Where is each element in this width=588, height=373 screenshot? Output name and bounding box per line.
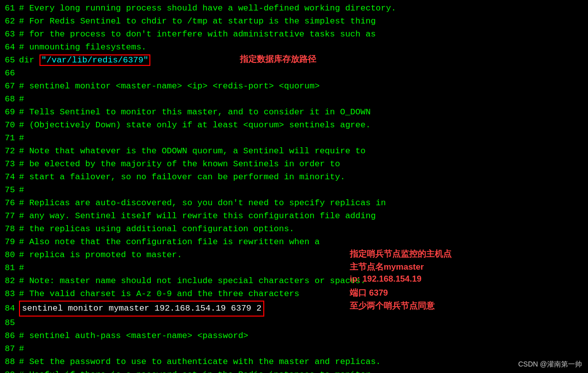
line-number: 82 bbox=[0, 275, 19, 288]
line-content: # replica is promoted to master. bbox=[19, 249, 588, 262]
annotation-monitor-3: ip: 192.168.154.19 bbox=[350, 274, 422, 284]
annotation-monitor-1: 指定哨兵节点监控的主机点 bbox=[350, 248, 452, 260]
line-number: 71 bbox=[0, 132, 19, 145]
line-content: # For Redis Sentinel to chdir to /tmp at… bbox=[19, 15, 588, 28]
line-number: 86 bbox=[0, 330, 19, 343]
line-content: # (Objectively Down) state only if at le… bbox=[19, 119, 588, 132]
line-content: # any way. Sentinel itself will rewrite … bbox=[19, 210, 588, 223]
code-line: 83# The valid charset is A-z 0-9 and the… bbox=[0, 288, 588, 301]
code-line: 82# Note: master name should not include… bbox=[0, 275, 588, 288]
line-number: 87 bbox=[0, 343, 19, 356]
line-number: 89 bbox=[0, 369, 19, 373]
line-content: # bbox=[19, 93, 588, 106]
code-line: 88# Set the password to use to authentic… bbox=[0, 356, 588, 369]
line-number: 66 bbox=[0, 67, 19, 80]
line-number: 81 bbox=[0, 262, 19, 275]
line-content: # unmounting filesystems. bbox=[19, 41, 588, 54]
code-line: 87# bbox=[0, 343, 588, 356]
line-number: 80 bbox=[0, 249, 19, 262]
line-content: # Replicas are auto-discovered, so you d… bbox=[19, 197, 588, 210]
line-number: 69 bbox=[0, 106, 19, 119]
line-content: # sentinel monitor <master-name> <ip> <r… bbox=[19, 80, 588, 93]
code-line: 84sentinel monitor mymaster 192.168.154.… bbox=[0, 301, 588, 317]
code-line: 80# replica is promoted to master. bbox=[0, 249, 588, 262]
line-number: 79 bbox=[0, 236, 19, 249]
line-content: sentinel monitor mymaster 192.168.154.19… bbox=[19, 301, 588, 317]
code-line: 71# bbox=[0, 132, 588, 145]
code-line: 85 bbox=[0, 317, 588, 330]
code-line: 72# Note that whatever is the ODOWN quor… bbox=[0, 145, 588, 158]
code-container: 61# Every long running process should ha… bbox=[0, 0, 588, 373]
line-number: 68 bbox=[0, 93, 19, 106]
code-line: 75# bbox=[0, 184, 588, 197]
code-line: 74# start a failover, so no failover can… bbox=[0, 171, 588, 184]
line-number: 76 bbox=[0, 197, 19, 210]
line-content: # Note that whatever is the ODOWN quorum… bbox=[19, 145, 588, 158]
line-number: 85 bbox=[0, 317, 19, 330]
code-line: 81# bbox=[0, 262, 588, 275]
line-content: # for the process to don't interfere wit… bbox=[19, 28, 588, 41]
annotation-dir: 指定数据库存放路径 bbox=[240, 53, 316, 65]
line-number: 64 bbox=[0, 41, 19, 54]
line-number: 74 bbox=[0, 171, 19, 184]
code-line: 66 bbox=[0, 67, 588, 80]
line-content: # bbox=[19, 343, 588, 356]
line-number: 72 bbox=[0, 145, 19, 158]
code-line: 61# Every long running process should ha… bbox=[0, 2, 588, 15]
line-number: 70 bbox=[0, 119, 19, 132]
code-line: 67# sentinel monitor <master-name> <ip> … bbox=[0, 80, 588, 93]
line-number: 77 bbox=[0, 210, 19, 223]
code-line: 63# for the process to don't interfere w… bbox=[0, 28, 588, 41]
line-number: 65 bbox=[0, 54, 19, 67]
line-content: # Every long running process should have… bbox=[19, 2, 588, 15]
line-number: 73 bbox=[0, 158, 19, 171]
annotation-monitor-2: 主节点名mymaster bbox=[350, 261, 424, 273]
code-line: 79# Also note that the configuration fil… bbox=[0, 236, 588, 249]
code-line: 73# be elected by the majority of the kn… bbox=[0, 158, 588, 171]
code-line: 89# Useful if there is a password set in… bbox=[0, 369, 588, 373]
line-content: # sentinel auth-pass <master-name> <pass… bbox=[19, 330, 588, 343]
line-content: # bbox=[19, 132, 588, 145]
line-content: # Note: master name should not include s… bbox=[19, 275, 588, 288]
line-number: 84 bbox=[0, 302, 19, 315]
line-number: 63 bbox=[0, 28, 19, 41]
annotation-monitor-4: 端口 6379 bbox=[350, 287, 388, 299]
code-line: 70# (Objectively Down) state only if at … bbox=[0, 119, 588, 132]
line-content: # Also note that the configuration file … bbox=[19, 236, 588, 249]
line-content: # start a failover, so no failover can b… bbox=[19, 171, 588, 184]
line-number: 67 bbox=[0, 80, 19, 93]
code-line: 77# any way. Sentinel itself will rewrit… bbox=[0, 210, 588, 223]
code-line: 78# the replicas using additional config… bbox=[0, 223, 588, 236]
code-line: 69# Tells Sentinel to monitor this maste… bbox=[0, 106, 588, 119]
line-number: 88 bbox=[0, 356, 19, 369]
line-content: # bbox=[19, 262, 588, 275]
code-line: 86# sentinel auth-pass <master-name> <pa… bbox=[0, 330, 588, 343]
line-number: 75 bbox=[0, 184, 19, 197]
line-number: 83 bbox=[0, 288, 19, 301]
annotation-monitor-5: 至少两个哨兵节点同意 bbox=[350, 300, 435, 312]
line-number: 78 bbox=[0, 223, 19, 236]
line-content: # bbox=[19, 184, 588, 197]
code-line: 62# For Redis Sentinel to chdir to /tmp … bbox=[0, 15, 588, 28]
code-line: 68# bbox=[0, 93, 588, 106]
line-number: 61 bbox=[0, 2, 19, 15]
line-content: # Set the password to use to authenticat… bbox=[19, 356, 588, 369]
code-line: 76# Replicas are auto-discovered, so you… bbox=[0, 197, 588, 210]
watermark: CSDN @灌南第一帅 bbox=[518, 360, 582, 369]
line-number: 62 bbox=[0, 15, 19, 28]
line-content: # Tells Sentinel to monitor this master,… bbox=[19, 106, 588, 119]
line-content: # Useful if there is a password set in t… bbox=[19, 369, 588, 373]
code-line: 64# unmounting filesystems. bbox=[0, 41, 588, 54]
line-content: # The valid charset is A-z 0-9 and the t… bbox=[19, 288, 588, 301]
line-content: # be elected by the majority of the know… bbox=[19, 158, 588, 171]
line-content: # the replicas using additional configur… bbox=[19, 223, 588, 236]
